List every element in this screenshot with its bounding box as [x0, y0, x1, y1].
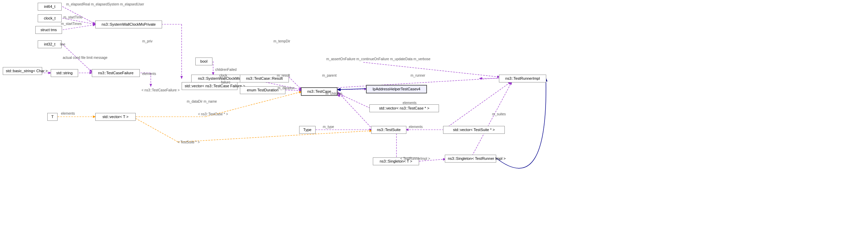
label-failure: failure: [221, 80, 230, 84]
label-mstarttime: m_startTime: [63, 15, 82, 19]
node-std-string: std::string: [51, 69, 78, 77]
node-std-basic-string: std::basic_string< Char >: [3, 67, 42, 75]
svg-line-31: [338, 89, 367, 90]
node-ns3-testsuite: ns3::TestSuite: [371, 126, 406, 134]
node-std-vector-t: std::vector< T >: [95, 113, 136, 121]
svg-line-29: [178, 131, 372, 142]
svg-line-15: [285, 90, 302, 91]
label-elements-vector: elements: [403, 101, 417, 105]
label-line: line: [60, 42, 65, 46]
node-struct-tms: struct tms: [35, 26, 62, 34]
label-childrenfailed: childrenFailed: [215, 68, 236, 72]
label-testcasefailure-template: < ns3::TestCaseFailure >: [142, 88, 180, 92]
node-bool: bool: [195, 57, 212, 65]
label-melapsed: m_elapsedReal m_elapsedSystem m_elapsedU…: [66, 2, 144, 7]
label-mtempdir: m_tempDir: [273, 39, 290, 43]
node-std-vector-testsuite: std::vector< TestSuite * >: [443, 126, 505, 134]
node-std-vector-testcase-ptr: std::vector< ns3::TestCase * >: [369, 104, 439, 112]
label-elements-T: elements: [61, 112, 75, 115]
svg-line-16: [338, 89, 367, 90]
node-ns3-testcasefailure: ns3::TestCaseFailure: [92, 69, 140, 77]
label-assertonfailure: m_assertOnFailure m_continueOnFailure m_…: [326, 57, 430, 61]
node-type: Type: [299, 126, 316, 134]
label-testcase-ptr-template: < ns3::TestCase * >: [198, 112, 228, 116]
node-T: T: [47, 113, 58, 121]
diagram-container: int64_t clock_t struct tms int32_t std::…: [0, 0, 868, 244]
label-mpriv: m_priv: [142, 39, 152, 43]
edges-svg: [0, 0, 868, 244]
label-clock: clock: [219, 74, 227, 77]
label-mdatadir-mname: m_dataDir m_name: [187, 99, 217, 104]
label-mtype: m_type: [323, 125, 334, 129]
svg-line-18: [338, 92, 372, 128]
node-ipaddress-helper-testcasev4: IpAddressHelperTestCasev4: [366, 85, 427, 93]
node-ns3-systemwallclockmsprivate: ns3::SystemWallClockMsPrivate: [95, 21, 162, 28]
svg-line-28: [136, 118, 178, 142]
label-testsuite-template: < TestSuite * >: [178, 140, 200, 144]
label-mparent: m_parent: [322, 74, 337, 77]
label-testrunnerimpl-template: < TestRunnerImpl >: [400, 157, 430, 160]
node-int64-t: int64_t: [38, 3, 62, 11]
label-elements-testsuite: elements: [409, 125, 423, 129]
node-clock-t: clock_t: [38, 14, 62, 22]
svg-line-21: [444, 82, 511, 130]
label-mduration: m_duration: [278, 86, 295, 90]
label-msuites: m_suites: [492, 112, 506, 116]
label-mrunner: m_runner: [411, 74, 425, 77]
svg-line-17: [338, 93, 370, 108]
label-mchildren: m_children: [326, 92, 342, 95]
node-int32-t: int32_t: [38, 40, 62, 48]
node-ns3-singleton-testrunnerimpl: ns3::Singleton< TestRunner Impl >: [445, 155, 496, 163]
svg-line-22: [471, 82, 512, 158]
node-ns3-testrunnerimpl: ns3::TestRunnerImpl: [499, 75, 546, 82]
label-elements-testcase: elements: [142, 72, 156, 76]
label-actual-cond: actual cond file limit message: [63, 55, 108, 60]
label-mstarttimes: m_startTimes: [61, 22, 82, 26]
label-mresult: m_result: [277, 74, 290, 77]
svg-line-34: [363, 62, 500, 77]
